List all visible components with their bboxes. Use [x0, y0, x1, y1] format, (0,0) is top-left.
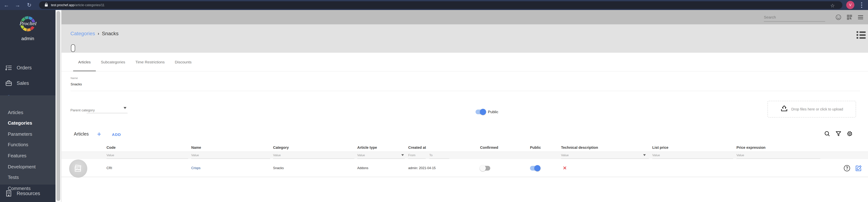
- sidebar-item-label: Resources: [17, 191, 40, 196]
- name-field-underline: [70, 91, 860, 91]
- breadcrumb-categories-link[interactable]: Categories: [70, 31, 95, 36]
- browser-menu-icon[interactable]: [861, 2, 862, 8]
- browser-profile-avatar[interactable]: V: [846, 1, 855, 9]
- qr-code-icon[interactable]: [847, 15, 852, 20]
- filter-name-input[interactable]: [191, 152, 270, 159]
- search-field[interactable]: [764, 13, 825, 22]
- app-toolbar: [62, 10, 868, 24]
- filter-created-from-input[interactable]: [408, 152, 426, 159]
- public-toggle[interactable]: [475, 110, 486, 114]
- table-settings-gear-icon[interactable]: [846, 131, 853, 137]
- sidebar-item-resources[interactable]: Resources: [0, 189, 56, 199]
- briefcase-icon: [5, 80, 12, 86]
- row-help-icon[interactable]: [843, 165, 850, 172]
- column-header-list-price[interactable]: List price: [652, 145, 737, 150]
- tab-time-restrictions[interactable]: Time Restrictions: [130, 53, 169, 71]
- browser-forward-button[interactable]: →: [13, 0, 22, 10]
- prochef-logo: Prochef: [0, 10, 56, 32]
- search-input[interactable]: [764, 13, 825, 21]
- column-header-created-at[interactable]: Created at: [408, 145, 480, 150]
- sidebar-item-label: Sales: [17, 81, 29, 86]
- cell-name-link[interactable]: Crisps: [191, 166, 273, 170]
- row-confirmed-toggle[interactable]: [480, 166, 490, 171]
- column-header-code[interactable]: Code: [106, 145, 191, 150]
- table-header-row: Code Name Category Article type Created …: [62, 144, 868, 151]
- submenu-item-functions[interactable]: Functions: [0, 140, 56, 149]
- submenu-item-categories[interactable]: Categories: [0, 118, 56, 127]
- sidebar: Prochef admin Orders Sales: [0, 10, 56, 202]
- articles-section-title: Articles: [74, 131, 89, 137]
- submenu-item-features[interactable]: Features: [0, 151, 56, 160]
- filter-code-input[interactable]: [106, 152, 188, 159]
- file-upload-dropzone[interactable]: Drop files here or click to upload: [768, 101, 856, 118]
- page-header: Categories › Snacks: [62, 24, 868, 53]
- browser-reload-button[interactable]: ↻: [25, 0, 33, 10]
- sidebar-item-label: Orders: [17, 65, 32, 71]
- url-path: /article-categories/11: [74, 3, 104, 7]
- sidebar-item-sales[interactable]: Sales: [0, 78, 56, 88]
- article-photo-avatar[interactable]: [69, 160, 87, 178]
- filter-list-price-input[interactable]: [652, 152, 733, 159]
- tab-discounts[interactable]: Discounts: [170, 53, 197, 71]
- column-header-technical-description[interactable]: Technical description: [561, 145, 652, 150]
- tab-articles[interactable]: Articles: [73, 53, 96, 71]
- svg-text:Prochef: Prochef: [19, 21, 36, 26]
- building-icon: [5, 191, 12, 197]
- filter-dropdown-arrow-icon[interactable]: [643, 154, 646, 156]
- breadcrumb: Categories › Snacks: [70, 31, 119, 36]
- tab-subcategories[interactable]: Subcategories: [96, 53, 130, 71]
- submenu-item-tests[interactable]: Tests: [0, 173, 56, 182]
- parent-category-select[interactable]: [87, 105, 128, 113]
- sidebar-scrollbar[interactable]: [56, 10, 61, 202]
- select-checkbox[interactable]: [71, 44, 75, 52]
- table-filter-icon[interactable]: [835, 131, 841, 137]
- filter-technical-description-select[interactable]: [561, 152, 649, 159]
- cell-code: CRI: [106, 166, 191, 170]
- browser-toolbar: ← → ↻ test.prochef.app/article-categorie…: [0, 0, 868, 10]
- upload-hint-text: Drop files here or click to upload: [791, 107, 843, 111]
- filter-price-expression-input[interactable]: [737, 152, 820, 159]
- table-search-icon[interactable]: [824, 131, 830, 137]
- submenu-item-articles[interactable]: Articles: [0, 108, 56, 117]
- address-bar[interactable]: test.prochef.app/article-categories/11 ☆: [39, 1, 842, 9]
- dropdown-arrow-icon: [124, 107, 126, 109]
- column-header-price-expression[interactable]: Price expression: [737, 145, 835, 150]
- breadcrumb-separator: ›: [98, 31, 99, 36]
- hamburger-menu-icon[interactable]: [858, 15, 864, 20]
- column-header-name[interactable]: Name: [191, 145, 273, 150]
- add-article-button[interactable]: ADD: [112, 133, 121, 137]
- articles-section-header: Articles + ADD: [62, 130, 868, 141]
- add-plus-icon[interactable]: +: [97, 130, 101, 138]
- name-field-value[interactable]: Snacks: [70, 82, 82, 86]
- filter-dropdown-arrow-icon[interactable]: [401, 154, 404, 156]
- row-edit-icon[interactable]: [855, 165, 862, 172]
- row-public-toggle[interactable]: [530, 166, 540, 171]
- scrollbar-thumb[interactable]: [56, 11, 60, 201]
- filter-created-to-input[interactable]: [429, 152, 449, 159]
- orders-checklist-icon: [5, 65, 12, 71]
- cell-article-type: Addons: [357, 166, 408, 170]
- sidebar-item-orders[interactable]: Orders: [0, 63, 56, 73]
- technology-submenu: Articles Categories Parameters Functions…: [0, 95, 56, 184]
- list-view-icon[interactable]: [857, 31, 866, 40]
- name-field-label: Name: [70, 77, 78, 80]
- bookmark-star-icon[interactable]: ☆: [830, 3, 835, 9]
- column-header-article-type[interactable]: Article type: [357, 145, 408, 150]
- filter-category-input[interactable]: [273, 152, 354, 159]
- page-title: Snacks: [102, 31, 119, 36]
- smiley-icon[interactable]: [836, 15, 841, 20]
- column-header-category[interactable]: Category: [273, 145, 357, 150]
- column-header-public[interactable]: Public: [530, 145, 561, 150]
- url-domain: test.prochef.app: [51, 3, 74, 7]
- submenu-item-development[interactable]: Development: [0, 162, 56, 171]
- browser-back-button[interactable]: ←: [2, 0, 10, 10]
- article-table-row[interactable]: CRI Crisps Snacks Addons admin: 2021-04-…: [62, 159, 868, 177]
- filter-article-type-select[interactable]: [357, 152, 405, 159]
- submenu-item-parameters[interactable]: Parameters: [0, 129, 56, 139]
- main-content: Categories › Snacks Articles Subcategori…: [61, 10, 868, 202]
- workspace-name: admin: [0, 36, 56, 41]
- cell-created-at: admin: 2021-04-15: [408, 166, 480, 170]
- lock-icon: [44, 3, 48, 8]
- column-header-confirmed[interactable]: Confirmed: [480, 145, 530, 150]
- public-toggle-label: Public: [488, 110, 498, 114]
